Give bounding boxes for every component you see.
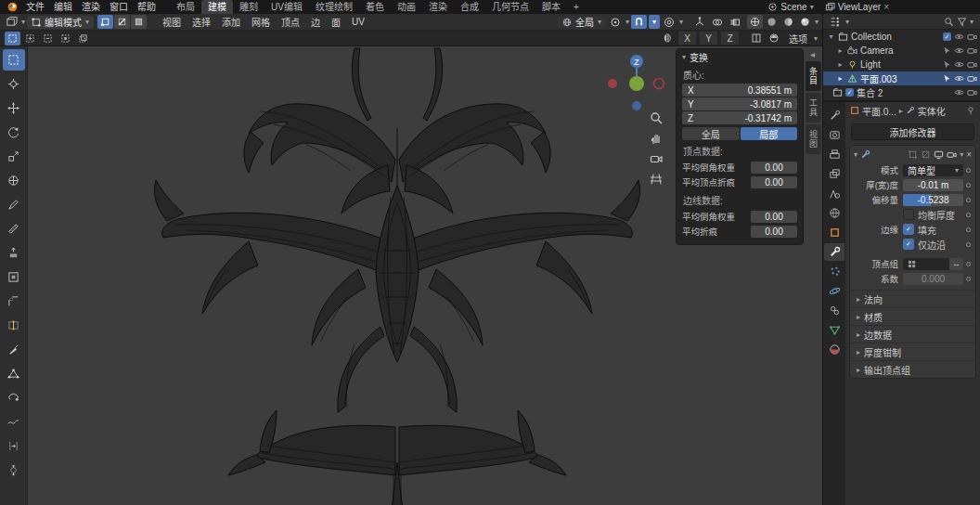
camera-render-icon[interactable] [967, 45, 977, 56]
animate-dot[interactable] [966, 277, 971, 281]
outliner-row-camera[interactable]: ▸ Camera [823, 44, 980, 58]
sidebar-collapse-icon[interactable]: ◂ [806, 49, 819, 59]
global-button[interactable]: 全局 [682, 127, 740, 140]
sidebar-tab-item[interactable]: 条目 [806, 61, 821, 91]
workspace-tab-animation[interactable]: 动画 [391, 0, 422, 14]
workspace-tab-rendering[interactable]: 渲染 [422, 0, 454, 14]
outliner-row-collection[interactable]: ▾ Collection ✓ [823, 30, 980, 44]
even-thickness-checkbox[interactable] [903, 209, 914, 220]
shading-material-button[interactable] [780, 15, 796, 29]
search-icon[interactable] [944, 17, 954, 27]
disclosure-icon[interactable]: ▸ [836, 74, 845, 83]
tab-view-layer[interactable] [824, 165, 845, 183]
tab-object-data[interactable] [824, 321, 845, 339]
tool-knife[interactable] [3, 339, 25, 360]
animate-dot[interactable] [966, 168, 971, 173]
tool-cursor[interactable] [3, 73, 25, 95]
tab-object[interactable] [824, 224, 845, 241]
scene-selector[interactable]: Scene ▾ [764, 2, 817, 12]
select-arrow-icon[interactable] [943, 60, 951, 69]
animate-dot[interactable] [966, 213, 971, 217]
blender-logo-icon[interactable] [6, 1, 19, 13]
workspace-add-button[interactable]: + [567, 0, 586, 14]
tool-edge-slide[interactable] [3, 435, 25, 457]
xray-toggle-button[interactable] [728, 15, 743, 29]
breadcrumb-modifier[interactable]: 实体化 [918, 104, 946, 118]
close-icon[interactable]: × [883, 2, 889, 12]
orientation-dropdown[interactable]: 全局 ▾ [558, 16, 606, 29]
select-mode-edge-button[interactable] [114, 15, 130, 29]
filter-icon[interactable] [957, 17, 967, 27]
menu-view[interactable]: 视图 [158, 15, 186, 29]
disclosure-icon[interactable]: ▸ [836, 60, 845, 69]
thickness-field[interactable]: -0.01 m [903, 179, 963, 191]
add-modifier-button[interactable]: 添加修改器 [851, 123, 974, 140]
show-gizmo-button[interactable] [692, 15, 708, 29]
menu-window[interactable]: 窗口 [105, 0, 133, 14]
tab-constraints[interactable] [824, 302, 845, 319]
proportional-chevron[interactable]: ▾ [679, 18, 683, 26]
section-normals[interactable]: ▸ 法向 [850, 290, 975, 307]
tab-material[interactable] [824, 341, 845, 358]
menu-vertex[interactable]: 顶点 [277, 15, 304, 29]
workspace-tab-texpaint[interactable]: 纹理绘制 [309, 0, 359, 14]
section-thickness-clamp[interactable]: ▸ 厚度钳制 [850, 343, 975, 360]
filter-chevron[interactable]: ▾ [970, 18, 974, 26]
rim-fill-checkbox[interactable]: ✓ [903, 224, 914, 235]
animate-dot[interactable] [966, 198, 971, 202]
camera-render-icon[interactable] [967, 32, 977, 42]
median-x-field[interactable]: X 0.38551 m [682, 84, 797, 97]
toggle-ortho-icon[interactable] [648, 171, 664, 188]
select-mode-face-button[interactable] [131, 15, 147, 29]
tab-render[interactable] [824, 126, 845, 144]
menu-add[interactable]: 添加 [217, 15, 245, 29]
section-output-vertex-groups[interactable]: ▸ 输出顶点组 [850, 360, 975, 378]
editor-type-chevron[interactable]: ▾ [21, 18, 25, 26]
shading-chevron[interactable]: ▾ [815, 18, 819, 26]
navigation-gizmo[interactable]: Z [601, 48, 672, 119]
tool-scale[interactable] [3, 146, 25, 167]
workspace-tab-compositing[interactable]: 合成 [454, 0, 485, 14]
tool-loop-cut[interactable] [3, 315, 25, 336]
menu-mesh[interactable]: 网格 [247, 15, 275, 29]
menu-render[interactable]: 渲染 [77, 0, 105, 14]
shading-solid-button[interactable] [764, 15, 780, 29]
invert-vertex-group-button[interactable]: ↔ [949, 258, 963, 270]
select-mode-new-icon[interactable] [5, 32, 20, 45]
select-mode-extend-icon[interactable] [22, 32, 38, 45]
mirror-z-button[interactable]: Z [720, 31, 740, 45]
options-dropdown[interactable]: 选项 [784, 32, 812, 45]
camera-render-icon[interactable] [967, 73, 977, 84]
menu-face[interactable]: 面 [327, 15, 345, 29]
section-edge-data[interactable]: ▸ 边数据 [850, 325, 975, 343]
eye-icon[interactable] [954, 73, 964, 84]
outliner-row-light[interactable]: ▸ Light [823, 58, 980, 71]
tool-select-box[interactable] [3, 49, 25, 71]
eye-icon[interactable] [954, 32, 964, 42]
tool-poly-build[interactable] [3, 363, 25, 384]
tool-move[interactable] [3, 97, 25, 119]
section-materials[interactable]: ▸ 材质 [850, 307, 975, 325]
factor-field[interactable]: 0.000 [903, 273, 963, 285]
menu-file[interactable]: 文件 [21, 0, 49, 14]
snap-magnet-button[interactable] [631, 15, 647, 29]
show-overlays-button[interactable] [710, 15, 726, 29]
3d-viewport[interactable]: Z ▾ 变换 质心: X 0.38551 m Y -3.0817 m Z -0.… [28, 46, 822, 505]
edge-bevel-weight-field[interactable]: 0.00 [751, 211, 797, 223]
animate-dot[interactable] [966, 262, 971, 266]
tool-bevel[interactable] [3, 291, 25, 312]
tool-inset-faces[interactable] [3, 266, 25, 288]
menu-edge[interactable]: 边 [306, 15, 325, 29]
eye-icon[interactable] [954, 87, 964, 97]
tool-spin[interactable] [3, 387, 25, 408]
mirror-y-button[interactable]: Y [699, 31, 718, 45]
select-mode-vertex-button[interactable] [97, 15, 113, 29]
animate-dot[interactable] [966, 227, 971, 232]
mode-dropdown[interactable]: 编辑模式 ▾ [27, 16, 94, 29]
zoom-icon[interactable] [648, 110, 664, 126]
select-mode-subtract-icon[interactable] [40, 32, 56, 45]
pivot-chevron[interactable]: ▾ [625, 18, 629, 26]
tab-output[interactable] [824, 146, 845, 163]
tool-rotate[interactable] [3, 122, 25, 143]
camera-view-icon[interactable] [648, 150, 664, 167]
